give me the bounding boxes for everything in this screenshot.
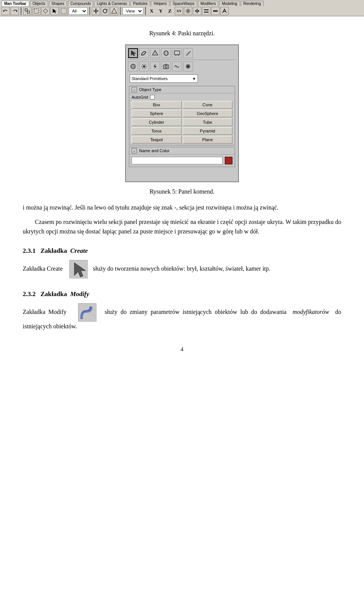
geosphere-button[interactable]: GeoSphere — [183, 110, 233, 117]
section-231-name: Zakładka — [41, 247, 67, 254]
mirror-icon[interactable] — [193, 7, 201, 15]
separator1 — [20, 7, 22, 15]
tab-modifiers[interactable]: Modifiers — [198, 1, 219, 6]
autogrid-label: AutoGrid — [132, 95, 148, 99]
extra-icon[interactable] — [211, 7, 220, 15]
snap-toggle-icon[interactable] — [184, 7, 192, 15]
svg-rect-5 — [61, 8, 66, 14]
svg-line-40 — [146, 68, 146, 69]
name-color-section: - Name and Color — [129, 147, 235, 167]
shapes-tab-icon[interactable] — [139, 48, 149, 58]
paragraph2: Czasem po rozwinięciu wielu sekcji panel… — [23, 217, 341, 236]
section-231-italic: Create — [70, 247, 88, 254]
panel-bottom-space — [127, 169, 237, 180]
toolbar-tabs-row: Man Toolbar Objects Shapes Compounds Lig… — [2, 1, 362, 6]
tab-rendering[interactable]: Rendering — [241, 1, 264, 6]
panel-tab-icons-row — [127, 47, 237, 60]
object-type-body: AutoGrid Box Cone Sphere GeoSphere Cylin… — [129, 93, 235, 145]
extra2-icon[interactable] — [220, 7, 229, 15]
view-dropdown[interactable]: View — [122, 7, 143, 15]
svg-marker-10 — [93, 10, 94, 12]
svg-marker-3 — [43, 9, 48, 13]
svg-point-23 — [216, 10, 218, 12]
paragraph1: i można ją rozwinąć. Jeśli na lewo od ty… — [23, 203, 341, 213]
lasso-icon[interactable] — [60, 7, 68, 15]
tab-helpers[interactable]: Helpers — [151, 1, 169, 6]
geometry-tab-icon[interactable] — [150, 48, 160, 58]
create-tab-icon[interactable] — [128, 48, 138, 58]
cursor-icon[interactable] — [50, 7, 59, 15]
tab-particles[interactable]: Particles — [130, 1, 150, 6]
svg-marker-17 — [195, 10, 196, 12]
tab-lights-cameras[interactable]: Lights & Cameras — [94, 1, 129, 6]
separator2 — [89, 7, 90, 15]
helpers-tab-icon[interactable] — [183, 48, 193, 58]
box-button[interactable]: Box — [132, 101, 182, 109]
tab-man-toolbar[interactable]: Man Toolbar — [2, 1, 29, 6]
z-axis-label: Z — [166, 7, 174, 15]
svg-marker-25 — [131, 50, 136, 56]
svg-point-29 — [165, 51, 167, 55]
sphere-button[interactable]: Sphere — [132, 110, 182, 117]
tab-compounds[interactable]: Compounds — [68, 1, 94, 6]
section-232-italic2: modyfikatorów — [293, 308, 329, 315]
figure5-caption: Rysunek 5: Panel komend. — [23, 188, 341, 195]
undo-icon[interactable] — [2, 7, 10, 15]
section-232-name: Zakładka — [41, 290, 67, 298]
svg-rect-0 — [25, 9, 27, 11]
modifier-icon-btn[interactable] — [183, 61, 193, 71]
name-color-header: - Name and Color — [129, 147, 235, 154]
cylinder-button[interactable]: Cylinder — [132, 118, 182, 126]
spacewarp-icon-btn[interactable] — [172, 61, 182, 71]
svg-point-15 — [187, 10, 189, 12]
tab-shapes[interactable]: Shapes — [49, 1, 67, 6]
particles-icon-btn[interactable] — [150, 61, 160, 71]
cameras-tab-icon[interactable] — [172, 48, 182, 58]
select-object-icon[interactable] — [23, 7, 31, 15]
cone-button[interactable]: Cone — [183, 101, 233, 109]
autogrid-checkbox[interactable] — [150, 95, 155, 99]
y-axis-label: Y — [157, 7, 165, 15]
tab-spacewarps[interactable]: SpaceWarps — [170, 1, 197, 6]
section-232-italic: Modify — [70, 290, 89, 298]
align-icon[interactable] — [202, 7, 210, 15]
lights-tab-icon[interactable] — [161, 48, 171, 58]
light-icon-btn[interactable] — [139, 61, 149, 71]
svg-rect-20 — [204, 12, 209, 13]
sphere-icon-btn[interactable] — [128, 61, 138, 71]
section-232-body: Zakładka Modify służy do zmiany parametr… — [23, 303, 341, 331]
svg-line-39 — [142, 65, 143, 65]
create-tab-inline-icon — [69, 260, 88, 278]
primitives-dropdown[interactable]: Standard Primitives ▼ — [130, 74, 198, 83]
selection-filter-dropdown[interactable]: All — [69, 7, 88, 15]
plane-button[interactable]: Plane — [183, 136, 233, 143]
color-swatch[interactable] — [225, 157, 232, 164]
tab-modeling[interactable]: Modeling — [219, 1, 240, 6]
select-filter-icon[interactable] — [41, 7, 50, 15]
svg-marker-18 — [198, 10, 199, 12]
name-color-collapse-btn[interactable]: - — [132, 148, 137, 153]
select-region-icon[interactable] — [32, 7, 41, 15]
section-232-body-text1: służy do zmiany parametrów istniejących … — [105, 308, 287, 315]
scale-icon[interactable] — [110, 7, 118, 15]
svg-rect-1 — [27, 11, 30, 13]
pyramid-button[interactable]: Pyramid — [183, 127, 233, 135]
max-panel: Standard Primitives ▼ - Object Type Auto… — [125, 44, 239, 182]
torus-button[interactable]: Torus — [132, 127, 182, 135]
xy-icon[interactable]: XY — [175, 7, 183, 15]
object-type-collapse-btn[interactable]: - — [132, 87, 137, 92]
tab-objects[interactable]: Objects — [30, 1, 48, 6]
section-232-number: 2.3.2 — [23, 290, 36, 298]
rotate-icon[interactable] — [101, 7, 109, 15]
text-section: i można ją rozwinąć. Jeśli na lewo od ty… — [23, 203, 341, 236]
main-content: Rysunek 4: Paski narzędzi. — [0, 16, 364, 360]
name-input[interactable] — [132, 157, 223, 164]
svg-point-34 — [143, 65, 145, 68]
modify-tab-inline-icon — [78, 303, 96, 322]
tube-button[interactable]: Tube — [183, 118, 233, 126]
camera-icon-btn[interactable] — [161, 61, 171, 71]
redo-icon[interactable] — [11, 7, 19, 15]
select-move-icon[interactable] — [92, 7, 100, 15]
teapot-button[interactable]: Teapot — [132, 136, 182, 143]
svg-line-41 — [146, 65, 146, 65]
